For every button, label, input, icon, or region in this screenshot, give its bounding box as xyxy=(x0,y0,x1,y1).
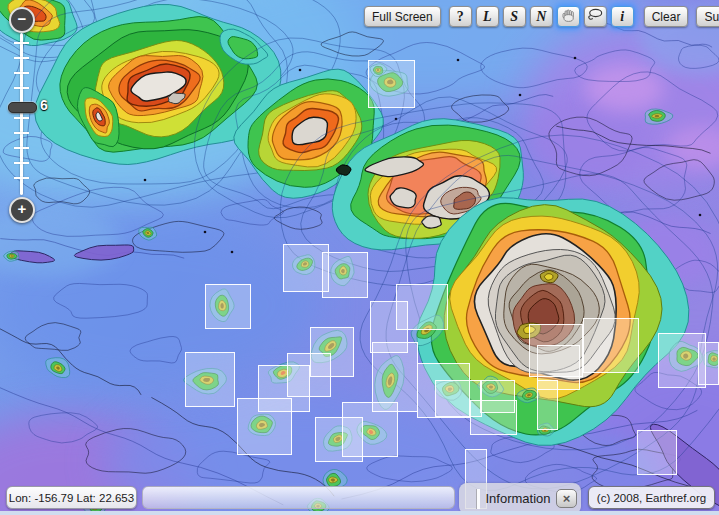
slider-tick xyxy=(14,42,29,44)
information-panel[interactable]: Information × xyxy=(459,483,581,514)
survey-selection-rect[interactable] xyxy=(372,342,418,412)
zoom-level-label: 6 xyxy=(40,97,48,113)
zoom-slider-handle[interactable] xyxy=(8,102,37,113)
survey-selection-rect[interactable] xyxy=(698,342,719,385)
lasso-tool-button[interactable] xyxy=(584,6,607,27)
status-bar xyxy=(142,486,455,509)
coordinates-readout: Lon: -156.79 Lat: 22.653 xyxy=(6,486,137,509)
layer-n-button[interactable]: N xyxy=(530,6,553,27)
map-toolbar: Full Screen ? L S N xyxy=(364,6,719,27)
survey-selection-rect[interactable] xyxy=(185,352,235,407)
slider-tick xyxy=(14,132,29,134)
lasso-icon xyxy=(587,8,603,25)
copyright-label: (c) 2008, Earthref.org xyxy=(588,486,715,509)
plus-icon: + xyxy=(18,200,27,217)
close-icon[interactable]: × xyxy=(556,489,577,508)
survey-selection-rect[interactable] xyxy=(537,380,558,430)
viewport-bottom-edge xyxy=(0,511,719,515)
slider-tick xyxy=(14,117,29,119)
slider-tick xyxy=(14,162,29,164)
hand-icon xyxy=(561,8,576,26)
help-button[interactable]: ? xyxy=(449,6,472,27)
layer-s-button[interactable]: S xyxy=(503,6,526,27)
survey-selection-rect[interactable] xyxy=(237,398,292,455)
slider-tick xyxy=(14,72,29,74)
survey-selection-rect[interactable] xyxy=(583,318,639,373)
survey-selection-rect[interactable] xyxy=(368,60,415,108)
info-tool-button[interactable]: i xyxy=(611,6,634,27)
survey-selection-rect[interactable] xyxy=(322,252,368,298)
slider-tick xyxy=(14,147,29,149)
clear-button[interactable]: Clear xyxy=(644,6,689,27)
zoom-in-button[interactable]: + xyxy=(9,197,35,223)
survey-selection-rect[interactable] xyxy=(205,284,251,329)
survey-selection-rect[interactable] xyxy=(470,400,517,435)
slider-tick xyxy=(14,87,29,89)
slider-tick xyxy=(14,57,29,59)
pan-tool-button[interactable] xyxy=(557,6,580,27)
slider-tick xyxy=(14,177,29,179)
survey-selection-rect[interactable] xyxy=(637,430,677,475)
zoom-out-button[interactable]: − xyxy=(9,7,35,33)
information-label: Information xyxy=(480,491,556,506)
layer-l-button[interactable]: L xyxy=(476,6,499,27)
minus-icon: − xyxy=(18,10,27,27)
submit-button[interactable]: Submit xyxy=(696,6,719,27)
map-viewport[interactable]: Full Screen ? L S N xyxy=(0,0,719,515)
full-screen-button[interactable]: Full Screen xyxy=(364,6,441,27)
